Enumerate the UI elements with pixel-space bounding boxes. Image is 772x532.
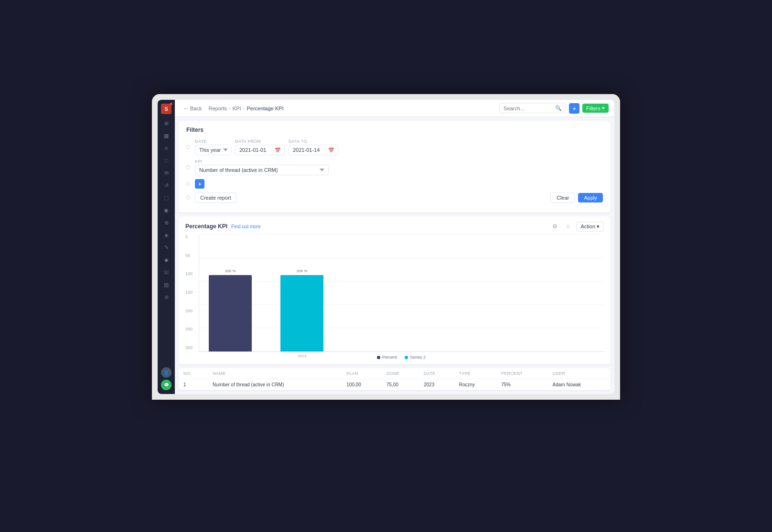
sidebar-icon-chart[interactable]: ▦ [161, 130, 172, 141]
bar-group-2: 206 % 2023 [280, 269, 323, 351]
filter-field-data-to: Data to 📅 [289, 139, 338, 155]
search-icon[interactable]: 🔍 [555, 105, 562, 111]
bar-label-top-2: 206 % [297, 269, 308, 273]
sidebar: S ⊞ ▦ ≡ □ ✉ ↺ ⬚ ◉ ⊛ ◈ ✎ ◆ ☏ ▤ ⊜ 👤 💬 [158, 100, 175, 394]
filter-row-kpi: KPI Number of thread (active in CRM) [186, 159, 603, 175]
user-avatar[interactable]: 👤 [161, 367, 172, 378]
chart-bars: 206 % 206 % 2023 [199, 234, 604, 352]
cell-done: 75,00 [382, 379, 419, 391]
chart-gear-button[interactable]: ⚙ [549, 221, 560, 232]
chevron-down-icon: ▾ [602, 105, 605, 111]
cell-percent: 75% [496, 379, 548, 391]
back-arrow-icon: ← [183, 106, 189, 111]
sidebar-icon-search2[interactable]: ⊜ [161, 292, 172, 302]
breadcrumb-sep2: • [243, 106, 245, 111]
col-name: Name [208, 368, 342, 379]
filters-label: Filters [586, 106, 600, 111]
apply-button[interactable]: Apply [578, 193, 603, 202]
data-to-input-wrap: 📅 [289, 145, 338, 155]
col-plan: Plan [342, 368, 382, 379]
table-row: 1 Number of thread (active in CRM) 100,0… [179, 379, 611, 391]
filter-field-data-from: Data from 📅 [235, 139, 285, 155]
filter-dot-4 [186, 196, 190, 200]
chart-title: Percentage KPI [185, 223, 227, 230]
col-type: Type [454, 368, 496, 379]
sidebar-icon-location[interactable]: ◆ [161, 255, 172, 265]
cell-no: 1 [179, 379, 208, 391]
chart-legend: Percent Series 2 [199, 352, 604, 360]
breadcrumb-sep1: • [229, 106, 231, 111]
sidebar-icon-tag[interactable]: ◈ [161, 230, 172, 240]
breadcrumb: Reports • KPI • Percentage KPI [208, 106, 283, 111]
col-percent: Percent [496, 368, 548, 379]
add-filter-button[interactable]: + [195, 179, 204, 189]
sidebar-icon-doc[interactable]: □ [161, 155, 172, 166]
breadcrumb-root[interactable]: Reports [208, 106, 227, 111]
topbar-right: 🔍 + Filters ▾ [499, 103, 609, 114]
sidebar-icon-settings[interactable]: ◉ [161, 205, 172, 215]
breadcrumb-current: Percentage KPI [247, 106, 283, 111]
col-done: Done [382, 368, 419, 379]
bar-x-label-2023: 2023 [298, 354, 306, 358]
chart-star-button[interactable]: ☆ [563, 221, 573, 232]
topbar: ← Back Reports • KPI • Percentage KPI 🔍 [175, 100, 614, 117]
sidebar-icon-home[interactable]: ⊞ [161, 118, 172, 128]
app-logo[interactable]: S [161, 104, 172, 114]
legend-label-percent: Percent [382, 355, 397, 360]
sidebar-icon-edit[interactable]: ✎ [161, 242, 172, 253]
back-button[interactable]: ← Back [181, 105, 204, 112]
results-table: No. Name Plan Done Date Type Percent Use… [179, 368, 611, 390]
add-button[interactable]: + [569, 103, 579, 114]
cell-user: Adam Nowak [548, 379, 611, 391]
date-select[interactable]: This year [195, 145, 231, 155]
filter-field-kpi: KPI Number of thread (active in CRM) [195, 159, 329, 175]
cell-type: Roczny [454, 379, 496, 391]
back-label: Back [190, 106, 202, 111]
chart-header: Percentage KPI Find out more ⚙ ☆ Action … [185, 221, 604, 232]
filters-panel: Filters Date This year [179, 121, 611, 213]
action-menu-icon: ▾ [597, 223, 600, 230]
sidebar-icon-page[interactable]: ▤ [161, 279, 172, 290]
data-to-label: Data to [289, 139, 338, 144]
clear-button[interactable]: Clear [550, 192, 575, 203]
action-button[interactable]: Action ▾ [576, 222, 604, 232]
filters-button[interactable]: Filters ▾ [582, 104, 609, 113]
chart-area: 300 250 200 150 100 55 0 [185, 234, 604, 360]
sidebar-icon-folder[interactable]: ⬚ [161, 192, 172, 203]
legend-dot-percent [377, 356, 380, 359]
chart-body: 206 % 206 % 2023 [199, 234, 604, 360]
filter-actions: Clear Apply [241, 192, 603, 203]
sidebar-icon-users[interactable]: ⊛ [161, 217, 172, 228]
search-input[interactable] [504, 106, 553, 111]
filter-row-add: + [186, 179, 603, 189]
data-from-label: Data from [235, 139, 285, 144]
bar-wrap-2: 2023 [280, 275, 323, 351]
filter-group-date: Date This year Data from 📅 [195, 139, 603, 155]
filter-row-actions: Create report Clear Apply [186, 192, 603, 203]
data-from-input-wrap: 📅 [235, 145, 285, 155]
filter-field-date: Date This year [195, 139, 231, 155]
bar-label-top-1: 206 % [225, 269, 236, 273]
calendar-from-icon[interactable]: 📅 [275, 148, 280, 153]
chat-icon[interactable]: 💬 [161, 380, 172, 390]
cell-name: Number of thread (active in CRM) [208, 379, 342, 391]
sidebar-icon-list[interactable]: ≡ [161, 143, 172, 153]
search-box[interactable]: 🔍 [499, 103, 566, 113]
bar-dark-1 [209, 275, 252, 351]
table-header: No. Name Plan Done Date Type Percent Use… [179, 368, 611, 379]
find-out-link[interactable]: Find out more [231, 224, 261, 229]
chart-header-right: ⚙ ☆ Action ▾ [549, 221, 604, 232]
sidebar-icon-mail[interactable]: ✉ [161, 168, 172, 178]
sidebar-icon-refresh[interactable]: ↺ [161, 180, 172, 191]
calendar-to-icon[interactable]: 📅 [328, 148, 334, 153]
create-report-button[interactable]: Create report [195, 192, 236, 203]
filter-dot-2 [186, 165, 190, 169]
col-no: No. [179, 368, 208, 379]
cell-plan: 100,00 [342, 379, 382, 391]
data-from-input[interactable] [239, 147, 273, 153]
sidebar-icon-phone[interactable]: ☏ [161, 267, 172, 277]
breadcrumb-level1[interactable]: KPI [233, 106, 241, 111]
data-to-input[interactable] [293, 147, 326, 153]
kpi-select[interactable]: Number of thread (active in CRM) [195, 165, 329, 175]
bar-blue-1 [280, 275, 323, 351]
